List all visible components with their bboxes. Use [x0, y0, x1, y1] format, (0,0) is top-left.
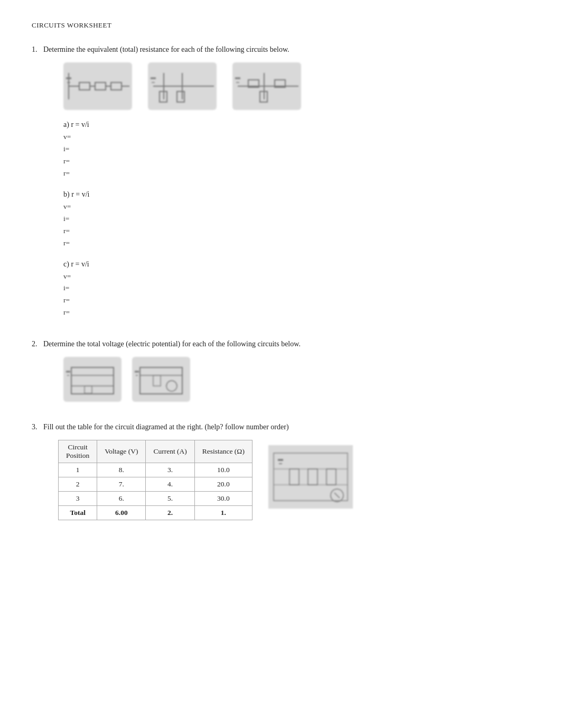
row3-current: 5. — [146, 492, 194, 506]
row2-current: 4. — [146, 477, 194, 492]
question-2-text: 2. Determine the total voltage (electric… — [32, 340, 529, 348]
circuit-diagram-a — [63, 62, 132, 110]
row1-current: 3. — [146, 463, 194, 477]
q1-sub-c: c) r = v/i v= i= r= r= — [63, 260, 529, 319]
col-header-current: Current (A) — [146, 440, 194, 463]
row1-voltage: 8. — [97, 463, 146, 477]
q3-table: CircuitPosition Voltage (V) Current (A) … — [58, 440, 253, 520]
q3-number: 3. — [32, 423, 38, 431]
q1-sub-a-line3: r= — [63, 155, 529, 168]
q1-sub-b-line2: i= — [63, 213, 529, 225]
q1-number: 1. — [32, 45, 38, 53]
q1-sub-b: b) r = v/i v= i= r= r= — [63, 190, 529, 250]
row1-position: 1 — [59, 463, 97, 477]
question-1-text: 1. Determine the equivalent (total) resi… — [32, 45, 529, 54]
row3-resistance: 30.0 — [194, 492, 252, 506]
svg-rect-41 — [268, 445, 353, 509]
q2-number: 2. — [32, 340, 38, 348]
q2-circuit-diagrams — [63, 357, 529, 402]
q2-body: Determine the total voltage (electric po… — [43, 340, 301, 348]
col-header-resistance: Resistance (Ω) — [194, 440, 252, 463]
q1-sub-c-line2: i= — [63, 282, 529, 294]
q1-sub-a-line4: r= — [63, 168, 529, 180]
total-resistance: 1. — [194, 506, 252, 520]
row2-voltage: 7. — [97, 477, 146, 492]
q1-sub-a: a) r = v/i v= i= r= r= — [63, 121, 529, 180]
q3-table-section: CircuitPosition Voltage (V) Current (A) … — [58, 440, 529, 520]
q1-sub-a-label: a) r = v/i — [63, 121, 529, 129]
circuit-diagram-b — [148, 62, 217, 110]
table-row: 3 6. 5. 30.0 — [59, 492, 253, 506]
question-3: 3. Fill out the table for the circuit di… — [32, 423, 529, 520]
q2-circuit-diagram-a — [63, 357, 121, 402]
q1-body: Determine the equivalent (total) resista… — [43, 45, 289, 53]
question-1: 1. Determine the equivalent (total) resi… — [32, 45, 529, 319]
row3-voltage: 6. — [97, 492, 146, 506]
q1-sub-b-label: b) r = v/i — [63, 190, 529, 199]
table-row: 1 8. 3. 10.0 — [59, 463, 253, 477]
question-3-text: 3. Fill out the table for the circuit di… — [32, 423, 529, 431]
q3-body: Fill out the table for the circuit diagr… — [43, 423, 289, 431]
table-row: 2 7. 4. 20.0 — [59, 477, 253, 492]
q1-sub-answers: a) r = v/i v= i= r= r= b) r = v/i v= i= … — [63, 121, 529, 319]
svg-rect-34 — [132, 357, 190, 402]
q1-sub-c-line3: r= — [63, 294, 529, 307]
q1-circuit-diagrams — [63, 62, 529, 110]
q1-sub-a-line1: v= — [63, 131, 529, 143]
q1-sub-a-line2: i= — [63, 143, 529, 155]
total-voltage: 6.00 — [97, 506, 146, 520]
question-2: 2. Determine the total voltage (electric… — [32, 340, 529, 402]
svg-rect-27 — [63, 357, 121, 402]
q1-sub-b-line4: r= — [63, 237, 529, 250]
q2-circuit-diagram-b — [132, 357, 190, 402]
row1-resistance: 10.0 — [194, 463, 252, 477]
row2-position: 2 — [59, 477, 97, 492]
circuit-diagram-c — [232, 62, 301, 110]
q1-sub-c-line1: v= — [63, 271, 529, 283]
page-title: CIRCUITS WORKSHEET — [32, 21, 529, 30]
col-header-position: CircuitPosition — [59, 440, 97, 463]
col-header-voltage: Voltage (V) — [97, 440, 146, 463]
q1-sub-b-line1: v= — [63, 201, 529, 213]
table-total-row: Total 6.00 2. 1. — [59, 506, 253, 520]
total-current: 2. — [146, 506, 194, 520]
q1-sub-c-line4: r= — [63, 307, 529, 319]
q3-circuit-diagram — [268, 445, 353, 509]
row2-resistance: 20.0 — [194, 477, 252, 492]
row3-position: 3 — [59, 492, 97, 506]
q1-sub-b-line3: r= — [63, 225, 529, 237]
total-position: Total — [59, 506, 97, 520]
q1-sub-c-label: c) r = v/i — [63, 260, 529, 269]
